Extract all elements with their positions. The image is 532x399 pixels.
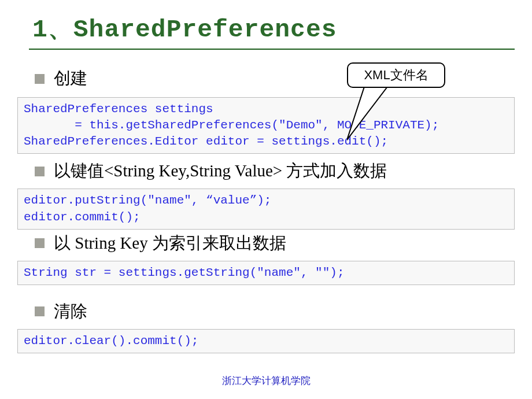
bullet-put: 以键值<String Key,String Value> 方式加入数据 [35, 160, 515, 183]
bullet-icon [35, 238, 45, 248]
bullet-icon [35, 306, 45, 316]
title-wrap: 1、SharedPreferences [29, 12, 515, 50]
bullet-put-prefix: 以键值 [54, 161, 104, 180]
bullet-get-prefix: 以 [54, 234, 71, 252]
bullet-put-latin: <String Key,String Value> [104, 161, 286, 180]
bullet-icon [35, 167, 45, 176]
bullet-text-clear: 清除 [54, 300, 87, 323]
callout-tail [347, 87, 428, 142]
callout-text: XML文件名 [364, 66, 428, 84]
bullet-text-get: 以 String Key 为索引来取出数据 [54, 232, 286, 255]
bullet-text-create: 创建 [54, 67, 87, 90]
bullet-get-suffix: 为索引来取出数据 [152, 234, 286, 252]
code-block-create: SharedPreferences settings = this.getSha… [17, 97, 515, 154]
bullet-icon [35, 74, 45, 84]
bullet-text-put: 以键值<String Key,String Value> 方式加入数据 [54, 160, 387, 183]
svg-marker-0 [347, 87, 387, 140]
title-comma: 、 [48, 14, 73, 42]
bullet-put-suffix: 方式加入数据 [286, 161, 387, 180]
bullet-clear: 清除 [35, 300, 515, 323]
code-block-clear: editor.clear().commit(); [17, 329, 515, 353]
code-block-get: String str = settings.getString("name", … [17, 261, 515, 285]
footer: 浙江大学计算机学院 [0, 374, 532, 387]
code-block-put: editor.putString("name", “value”); edito… [17, 189, 515, 229]
callout-xml-filename: XML文件名 [347, 62, 445, 88]
title-number: 1 [32, 16, 48, 44]
bullet-get: 以 String Key 为索引来取出数据 [35, 232, 515, 255]
title-name: SharedPreferences [73, 16, 337, 44]
bullet-get-latin: String Key [71, 234, 152, 252]
footer-text: 浙江大学计算机学院 [222, 375, 311, 386]
slide-title: 1、SharedPreferences [32, 12, 515, 45]
